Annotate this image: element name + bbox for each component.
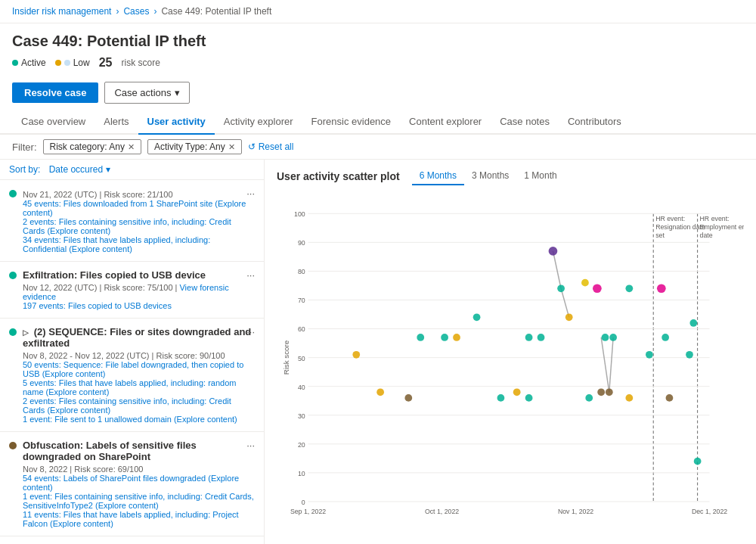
activity-link[interactable]: 11 events: Files that have labels applie… bbox=[23, 510, 255, 528]
activity-link[interactable]: 54 events: Labels of SharePoint files do… bbox=[23, 474, 255, 492]
activity-type-close-icon[interactable]: ✕ bbox=[228, 142, 235, 152]
tab-contributors[interactable]: Contributors bbox=[559, 110, 631, 135]
active-label: Active bbox=[21, 58, 46, 68]
sort-row[interactable]: Sort by: Date occured ▾ bbox=[0, 160, 264, 180]
svg-point-48 bbox=[525, 394, 533, 402]
activity-more-icon[interactable]: ··· bbox=[246, 440, 255, 451]
activity-more-icon[interactable]: ··· bbox=[246, 188, 255, 199]
svg-text:HR event:: HR event: bbox=[700, 215, 730, 222]
activity-type-label: Activity Type: Any bbox=[154, 141, 225, 152]
case-actions-button[interactable]: Case actions ▾ bbox=[104, 82, 189, 104]
tab-forensic-evidence[interactable]: Forensic evidence bbox=[302, 110, 401, 135]
activity-dot bbox=[9, 442, 17, 449]
svg-text:50: 50 bbox=[298, 355, 305, 362]
activity-link[interactable]: 1 event: Files containing sensitive info… bbox=[23, 492, 255, 510]
svg-text:10: 10 bbox=[298, 470, 305, 477]
svg-point-43 bbox=[441, 334, 448, 341]
risk-category-label: Risk category: Any bbox=[50, 141, 125, 152]
activity-more-icon[interactable]: ··· bbox=[246, 269, 255, 281]
svg-point-66 bbox=[666, 394, 674, 402]
risk-category-filter[interactable]: Risk category: Any ✕ bbox=[43, 139, 141, 154]
reset-all-button[interactable]: ↺ Reset all bbox=[248, 141, 294, 152]
time-filter-1-month[interactable]: 1 Month bbox=[516, 167, 564, 185]
tab-activity-explorer[interactable]: Activity explorer bbox=[215, 110, 302, 135]
svg-point-61 bbox=[625, 284, 633, 292]
risk-score-value: 25 bbox=[99, 56, 113, 70]
svg-point-50 bbox=[538, 334, 545, 341]
activity-link[interactable]: 5 events: Files that have labels applied… bbox=[23, 378, 255, 396]
activity-link[interactable]: 2 events: Files containing sensitive inf… bbox=[23, 396, 255, 415]
action-row: Resolve case Case actions ▾ bbox=[0, 76, 756, 104]
activity-link[interactable]: 2 events: Files containing sensitive inf… bbox=[23, 217, 255, 235]
activity-item[interactable]: ▷ (2) SEQUENCE: Files or sites downgrade… bbox=[0, 319, 264, 432]
activity-item[interactable]: Exfiltration: Files copied to USB device… bbox=[0, 262, 264, 319]
activity-meta: Nov 21, 2022 (UTC) | Risk score: 21/100 bbox=[23, 190, 255, 199]
low-badge: Low bbox=[55, 58, 90, 68]
svg-point-45 bbox=[473, 313, 481, 321]
svg-text:0: 0 bbox=[302, 499, 305, 506]
svg-point-63 bbox=[646, 351, 653, 359]
activity-item[interactable]: Nov 21, 2022 (UTC) | Risk score: 21/100 … bbox=[0, 180, 264, 262]
svg-point-54 bbox=[581, 279, 589, 287]
forensic-link[interactable]: View forensic evidence bbox=[23, 283, 229, 301]
activity-title: Exfiltration: Files copied to USB device bbox=[23, 269, 255, 281]
svg-text:Dec 1, 2022: Dec 1, 2022 bbox=[692, 508, 727, 515]
svg-text:40: 40 bbox=[298, 384, 305, 391]
breadcrumb-cases[interactable]: Cases bbox=[123, 6, 149, 17]
activity-item[interactable]: Exfiltration: Emails with attachments se… bbox=[0, 536, 264, 544]
breadcrumb-insider[interactable]: Insider risk management bbox=[12, 6, 111, 17]
activity-meta: Nov 8, 2022 - Nov 12, 2022 (UTC) | Risk … bbox=[23, 351, 255, 360]
low-label: Low bbox=[73, 58, 90, 68]
time-filter-3-months[interactable]: 3 Months bbox=[464, 167, 516, 185]
tab-case-notes[interactable]: Case notes bbox=[491, 110, 559, 135]
activity-link[interactable]: 50 events: Sequence: File label downgrad… bbox=[23, 360, 255, 378]
tab-content-explorer[interactable]: Content explorer bbox=[400, 110, 491, 135]
risk-category-close-icon[interactable]: ✕ bbox=[128, 142, 135, 152]
svg-text:date: date bbox=[700, 232, 713, 239]
scatter-title: User activity scatter plot bbox=[277, 170, 400, 182]
tab-alerts[interactable]: Alerts bbox=[94, 110, 138, 135]
activity-more-icon[interactable]: ··· bbox=[246, 326, 255, 337]
low-dot1 bbox=[55, 60, 61, 66]
expand-icon[interactable]: ▷ bbox=[23, 328, 31, 337]
svg-line-36 bbox=[561, 288, 569, 317]
svg-point-64 bbox=[657, 284, 666, 293]
svg-point-55 bbox=[585, 394, 593, 402]
activity-link[interactable]: 45 events: Files downloaded from 1 Share… bbox=[23, 199, 255, 217]
resolve-case-button[interactable]: Resolve case bbox=[12, 82, 98, 103]
tab-case-overview[interactable]: Case overview bbox=[12, 110, 94, 135]
svg-text:70: 70 bbox=[298, 297, 305, 304]
svg-text:60: 60 bbox=[298, 325, 305, 333]
reset-label: Reset all bbox=[259, 141, 294, 152]
svg-text:Employment end: Employment end bbox=[700, 223, 744, 231]
svg-point-47 bbox=[513, 388, 521, 396]
svg-point-56 bbox=[593, 284, 602, 293]
activities-list: Nov 21, 2022 (UTC) | Risk score: 21/100 … bbox=[0, 180, 264, 544]
page-header: Case 449: Potential IP theft Active Low … bbox=[0, 23, 756, 76]
activity-item[interactable]: Obfuscation: Labels of sensitive files d… bbox=[0, 432, 264, 536]
scatter-container: HR event:Resignation datesetHR event:Emp… bbox=[277, 191, 744, 531]
scatter-header: User activity scatter plot 6 Months3 Mon… bbox=[277, 167, 744, 185]
svg-line-35 bbox=[553, 251, 561, 288]
svg-line-37 bbox=[601, 337, 609, 392]
svg-text:set: set bbox=[655, 232, 665, 239]
svg-text:Resignation date: Resignation date bbox=[655, 223, 705, 231]
activity-desc[interactable]: 197 events: Files copied to USB devices bbox=[23, 301, 255, 310]
svg-point-60 bbox=[609, 334, 617, 341]
case-actions-chevron-icon: ▾ bbox=[175, 87, 180, 98]
activity-type-filter[interactable]: Activity Type: Any ✕ bbox=[147, 139, 242, 154]
activity-title: ▷ (2) SEQUENCE: Files or sites downgrade… bbox=[23, 326, 255, 349]
svg-point-46 bbox=[497, 394, 505, 402]
tab-user-activity[interactable]: User activity bbox=[138, 110, 215, 135]
svg-point-41 bbox=[404, 394, 412, 402]
sort-value: Date occured bbox=[49, 164, 103, 175]
activity-dot bbox=[9, 272, 17, 279]
activity-link[interactable]: 1 event: File sent to 1 unallowed domain… bbox=[23, 415, 255, 424]
left-panel: Sort by: Date occured ▾ Nov 21, 2022 (UT… bbox=[0, 160, 265, 544]
activity-link[interactable]: 34 events: Files that have labels applie… bbox=[23, 235, 255, 253]
svg-point-58 bbox=[602, 334, 609, 341]
time-filter-6-months[interactable]: 6 Months bbox=[412, 167, 464, 185]
page-title: Case 449: Potential IP theft bbox=[12, 33, 744, 50]
svg-point-42 bbox=[417, 334, 424, 341]
filter-label: Filter: bbox=[12, 141, 37, 153]
